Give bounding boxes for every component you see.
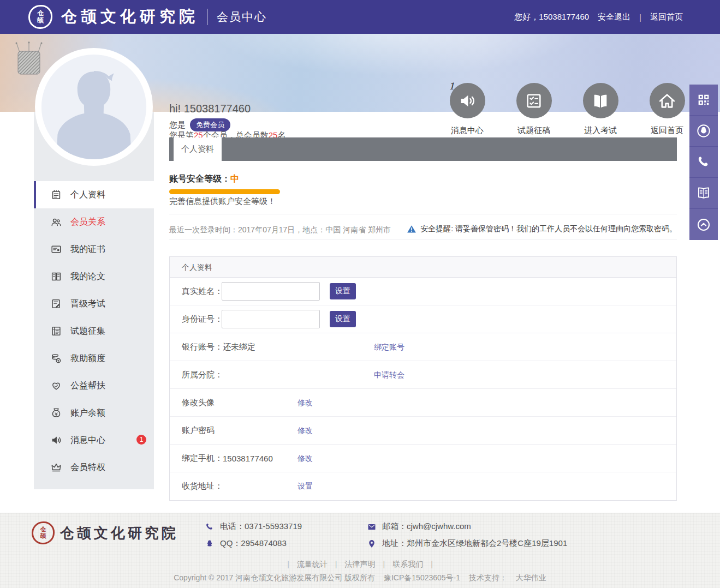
form-row-label: 所属分院：: [182, 361, 223, 389]
page-title: 会员中心: [217, 9, 267, 25]
profile-panel: 个人资料 真实姓名：设置身份证号：设置银行账号：还未绑定绑定账号所属分院：申请转…: [169, 256, 677, 501]
form-row-link[interactable]: 设置: [297, 472, 313, 500]
form-row-link[interactable]: 修改: [297, 389, 313, 417]
footer-contact-text: 电话：0371-55933719: [220, 521, 302, 532]
form-row-label: 修改头像: [182, 389, 215, 417]
floatbar-magazine[interactable]: [689, 178, 718, 209]
sidebar-item[interactable]: 救助额度: [34, 345, 154, 372]
back-home-link[interactable]: 返回首页: [650, 12, 683, 22]
top-header: 仓 颉 仓颉文化研究院 会员中心 您好，15038177460 安全退出 | 返…: [0, 0, 720, 34]
quick-action-button[interactable]: [516, 83, 552, 118]
last-login-text: 最近一次登录时间：2017年07月17日，地点：中国 河南省 郑州市: [169, 225, 391, 235]
form-row: 修改头像修改: [170, 389, 676, 417]
support-label: 技术支持：: [469, 573, 507, 582]
unread-badge: 1: [136, 435, 146, 445]
quick-action-button[interactable]: [583, 83, 618, 118]
header-left: 仓 颉 仓颉文化研究院 会员中心: [28, 0, 267, 34]
form-row-label: 绑定手机：: [182, 445, 223, 472]
quick-action-button[interactable]: [650, 83, 685, 118]
divider: [169, 239, 677, 239]
form-row-value: 15038177460: [223, 445, 273, 472]
support-company[interactable]: 大华伟业: [516, 573, 546, 582]
footer-link[interactable]: 流量统计: [297, 560, 328, 568]
sidebar-item[interactable]: 账户余额: [34, 399, 154, 427]
qrcode-icon: [696, 92, 711, 107]
last-login-row: 最近一次登录时间：2017年07月17日，地点：中国 河南省 郑州市 安全提醒:…: [169, 223, 677, 239]
members-icon: [50, 216, 62, 228]
form-row: 绑定手机：15038177460修改: [170, 445, 676, 472]
pin-icon: [367, 539, 377, 549]
unread-count-note: 1: [449, 81, 455, 92]
crown-icon: [50, 461, 62, 473]
avatar[interactable]: [35, 48, 153, 166]
footer-link[interactable]: 联系我们: [392, 560, 423, 568]
sidebar-item-label: 消息中心: [70, 435, 105, 446]
footer-contact: 地址：郑州市金水区绿地新都会2号楼C座19层1901: [367, 535, 567, 552]
form-row: 收货地址：设置: [170, 472, 676, 500]
footer-link[interactable]: 法律声明: [345, 560, 376, 568]
form-row-label: 账户密码: [182, 417, 215, 445]
icp-number[interactable]: 豫ICP备15023605号-1: [384, 573, 460, 582]
member-type-badge[interactable]: 免费会员: [190, 118, 230, 131]
seal-char-bottom: 颉: [37, 17, 44, 24]
sidebar-item[interactable]: 个人资料: [34, 181, 154, 208]
form-row-link[interactable]: 修改: [297, 445, 313, 472]
sidebar-item-label: 账户余额: [70, 407, 105, 419]
footer-contact: QQ：2954874083: [205, 535, 302, 552]
form-row: 身份证号：设置: [170, 305, 676, 333]
sidebar-item-label: 晋级考试: [70, 298, 105, 310]
sidebar-item[interactable]: 消息中心1: [34, 427, 154, 454]
form-row-value: 还未绑定: [223, 333, 255, 361]
sidebar-item[interactable]: 试题征集: [34, 317, 154, 345]
divider: [169, 214, 677, 214]
magazine-icon: [696, 185, 711, 201]
quick-action: 进入考试: [567, 83, 634, 136]
quick-action-label: 进入考试: [584, 125, 617, 136]
tab-profile[interactable]: 个人资料: [174, 137, 222, 161]
charity-icon: [50, 380, 62, 392]
floating-toolbar: [689, 85, 718, 240]
footer-contact-text: 地址：郑州市金水区绿地新都会2号楼C座19层1901: [382, 538, 567, 549]
warning-triangle-icon: [407, 224, 416, 234]
quick-actions: 消息中心试题征稿进入考试返回首页: [434, 83, 700, 136]
sidebar-item[interactable]: 晋级考试: [34, 290, 154, 317]
security-level-value: 中: [230, 174, 239, 183]
phone-icon: [696, 154, 711, 170]
brand-title: 仓颉文化研究院: [61, 6, 199, 28]
form-row-link[interactable]: 申请转会: [374, 361, 404, 389]
quick-action: 消息中心: [434, 83, 501, 136]
set-button[interactable]: 设置: [330, 283, 356, 299]
collect-icon: [50, 325, 62, 337]
form-row-link[interactable]: 修改: [297, 417, 313, 445]
sidebar-item[interactable]: 我的论文: [34, 263, 154, 290]
exam-icon: [50, 298, 62, 310]
sidebar: 个人资料会员关系我的证书我的论文晋级考试试题征集救助额度公益帮扶账户余额消息中心…: [34, 112, 154, 489]
form-row-link[interactable]: 绑定账号: [374, 333, 404, 361]
floatbar-qq[interactable]: [689, 116, 718, 147]
footer-brand: 仓颉文化研究院: [60, 524, 178, 543]
footer-contacts-right: 邮箱：cjwh@cjwhw.com地址：郑州市金水区绿地新都会2号楼C座19层1…: [367, 518, 567, 552]
user-greeting: hi! 15038177460: [169, 103, 251, 115]
quick-action-button[interactable]: [450, 83, 485, 118]
logout-link[interactable]: 安全退出: [598, 12, 630, 22]
sidebar-item[interactable]: 公益帮扶: [34, 372, 154, 399]
sidebar-item-label: 会员特权: [70, 462, 105, 473]
sidebar-item[interactable]: 我的证书: [34, 236, 154, 263]
sidebar-item[interactable]: 会员特权: [34, 454, 154, 481]
sidebar-item[interactable]: 会员关系: [34, 208, 154, 236]
footer-links-pipe: |: [287, 560, 289, 568]
set-button[interactable]: 设置: [330, 311, 356, 327]
floatbar-back-to-top[interactable]: [689, 209, 718, 240]
brand-seal-logo[interactable]: 仓 颉: [28, 5, 52, 29]
form-row-input[interactable]: [222, 282, 320, 301]
panel-rows: 真实姓名：设置身份证号：设置银行账号：还未绑定绑定账号所属分院：申请转会修改头像…: [170, 278, 676, 500]
footer-contacts-left: 电话：0371-55933719QQ：2954874083: [205, 518, 302, 552]
qq-filled-icon: [205, 539, 215, 549]
footer-contact-text: QQ：2954874083: [220, 538, 287, 549]
sidebar-item-label: 我的证书: [70, 244, 105, 255]
sidebar-item-label: 救助额度: [70, 353, 105, 364]
form-row-input[interactable]: [222, 310, 320, 328]
floatbar-qrcode[interactable]: [689, 85, 718, 116]
floatbar-phone[interactable]: [689, 147, 718, 178]
footer-links: |流量统计|法律声明|联系我们|: [0, 560, 720, 569]
